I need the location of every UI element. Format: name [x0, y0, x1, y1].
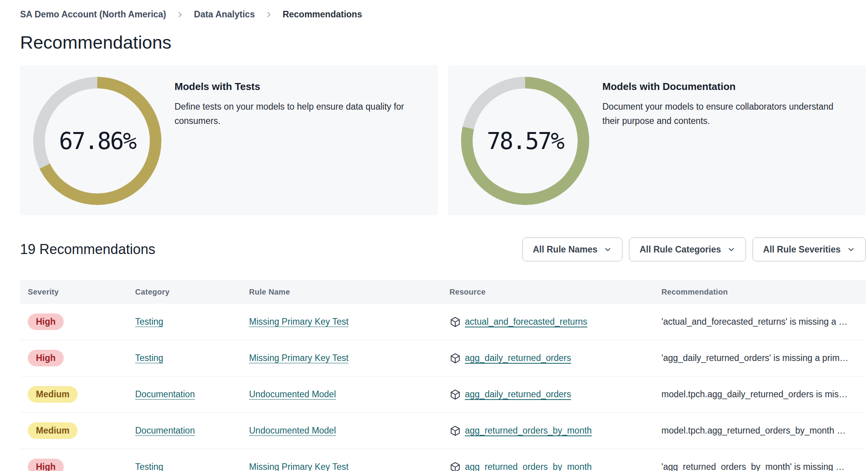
severity-badge: Medium [28, 386, 78, 403]
chevron-down-icon [604, 245, 612, 254]
breadcrumb-project[interactable]: Data Analytics [194, 9, 255, 20]
breadcrumb-current: Recommendations [283, 9, 362, 20]
donut-percent-label: 67.86% [33, 77, 161, 205]
chevron-down-icon [847, 245, 855, 254]
summary-card: 78.57% Models with Documentation Documen… [448, 65, 866, 215]
card-title: Models with Documentation [602, 81, 850, 93]
model-cube-icon [449, 425, 461, 437]
recommendation-text: 'actual_and_forecasted_returns' is missi… [661, 317, 848, 327]
filter-label: All Rule Categories [639, 244, 721, 255]
resource-link[interactable]: agg_returned_orders_by_month [465, 425, 592, 436]
resource-link[interactable]: agg_daily_returned_orders [465, 389, 571, 400]
chevron-right-icon [176, 11, 184, 19]
recommendations-page: SA Demo Account (North America) Data Ana… [0, 0, 868, 471]
model-cube-icon [449, 461, 461, 471]
table-header: SeverityCategoryRule NameResourceRecomme… [20, 280, 866, 304]
table-row: High Testing Missing Primary Key Test ag… [20, 449, 866, 471]
model-cube-icon [449, 389, 461, 400]
breadcrumb-account[interactable]: SA Demo Account (North America) [20, 9, 166, 20]
recommendations-count: 19 Recommendations [20, 241, 155, 258]
recommendation-text: model.tpch.agg_returned_orders_by_month … [661, 425, 846, 435]
category-link[interactable]: Testing [135, 353, 163, 363]
category-link[interactable]: Testing [135, 317, 163, 327]
rule-name-link[interactable]: Missing Primary Key Test [249, 353, 349, 363]
rule-name-link[interactable]: Undocumented Model [249, 425, 336, 435]
column-header: Recommendation [654, 288, 866, 296]
rule-name-link[interactable]: Missing Primary Key Test [249, 462, 349, 471]
filter-group: All Rule Names All Rule Categories All R… [522, 237, 866, 261]
page-title: Recommendations [20, 32, 866, 53]
rule-name-link[interactable]: Undocumented Model [249, 389, 336, 399]
category-link[interactable]: Documentation [135, 425, 195, 435]
filter-dropdown[interactable]: All Rule Categories [629, 237, 746, 261]
severity-badge: Medium [28, 422, 78, 439]
resource-link[interactable]: actual_and_forecasted_returns [465, 317, 587, 327]
model-cube-icon [449, 352, 461, 364]
list-header-row: 19 Recommendations All Rule Names All Ru… [20, 237, 866, 261]
chevron-right-icon [265, 11, 273, 19]
recommendation-text: 'agg_daily_returned_orders' is missing a… [661, 353, 848, 363]
summary-cards: 67.86% Models with Tests Define tests on… [20, 65, 866, 215]
recommendation-text: model.tpch.agg_daily_returned_orders is … [661, 389, 848, 399]
rule-name-link[interactable]: Missing Primary Key Test [249, 317, 349, 327]
model-cube-icon [449, 316, 461, 328]
column-header: Severity [20, 288, 127, 296]
percentage-donut-chart: 78.57% [461, 77, 589, 205]
table-row: Medium Documentation Undocumented Model … [20, 413, 866, 449]
severity-badge: High [28, 313, 64, 330]
recommendations-table: SeverityCategoryRule NameResourceRecomme… [20, 280, 866, 471]
recommendation-text: 'agg_returned_orders_by_month' is missin… [661, 462, 844, 471]
card-description: Define tests on your models to help ensu… [175, 100, 422, 128]
column-header: Rule Name [241, 288, 442, 296]
resource-link[interactable]: agg_returned_orders_by_month [465, 462, 592, 471]
breadcrumb: SA Demo Account (North America) Data Ana… [20, 0, 866, 20]
filter-dropdown[interactable]: All Rule Names [522, 237, 622, 261]
table-body: High Testing Missing Primary Key Test ac… [20, 304, 866, 471]
percentage-donut-chart: 67.86% [33, 77, 161, 205]
summary-card: 67.86% Models with Tests Define tests on… [20, 65, 438, 215]
card-title: Models with Tests [175, 81, 422, 93]
severity-badge: High [28, 459, 64, 471]
filter-label: All Rule Severities [763, 244, 841, 255]
table-row: High Testing Missing Primary Key Test ac… [20, 304, 866, 340]
severity-badge: High [28, 350, 64, 366]
filter-dropdown[interactable]: All Rule Severities [753, 237, 866, 261]
resource-link[interactable]: agg_daily_returned_orders [465, 353, 571, 363]
filter-label: All Rule Names [533, 244, 597, 255]
category-link[interactable]: Documentation [135, 389, 195, 399]
card-description: Document your models to ensure collabora… [602, 100, 850, 128]
chevron-down-icon [727, 245, 736, 254]
column-header: Category [127, 288, 241, 296]
table-row: High Testing Missing Primary Key Test ag… [20, 340, 866, 376]
category-link[interactable]: Testing [135, 462, 163, 471]
column-header: Resource [442, 288, 654, 296]
donut-percent-label: 78.57% [461, 77, 589, 205]
table-row: Medium Documentation Undocumented Model … [20, 376, 866, 413]
